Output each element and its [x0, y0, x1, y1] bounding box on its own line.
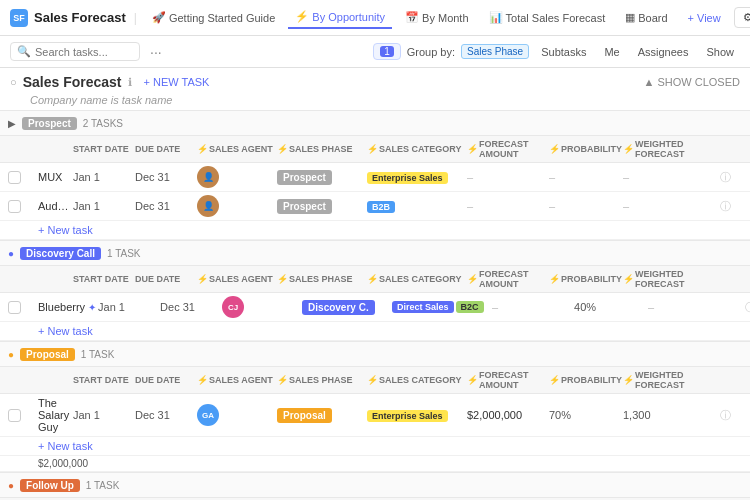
tab-opportunity[interactable]: ⚡ By Opportunity — [288, 6, 392, 29]
group-total-proposal: $2,000,000 — [0, 456, 750, 472]
agent-avatar: CJ — [222, 296, 244, 318]
sales-phase-filter[interactable]: Sales Phase — [461, 44, 529, 59]
categories: B2B — [367, 200, 465, 213]
col-due: DUE DATE — [135, 144, 195, 154]
group-header-proposal[interactable]: ● Proposal 1 TASK — [0, 341, 750, 367]
tab-board[interactable]: ▦ Board — [618, 7, 674, 28]
forecast-amount: – — [492, 301, 572, 313]
col-category: ⚡ SALES CATEGORY — [367, 144, 465, 154]
new-task-button[interactable]: + NEW TASK — [138, 74, 216, 90]
add-task-row[interactable]: + New task — [0, 322, 750, 341]
verified-icon: ✦ — [88, 302, 96, 313]
me-button[interactable]: Me — [598, 44, 625, 60]
more-options-icon[interactable]: ··· — [146, 42, 166, 62]
subtasks-button[interactable]: Subtasks — [535, 44, 592, 60]
probability: 70% — [549, 409, 621, 421]
categories: Direct Sales B2C — [392, 301, 490, 313]
group-header-followup[interactable]: ● Follow Up 1 TASK — [0, 472, 750, 498]
col-agent: ⚡ SALES AGENT — [197, 144, 275, 154]
month-icon: 📅 — [405, 11, 419, 24]
due-date: Dec 31 — [135, 409, 195, 421]
row-checkbox[interactable] — [8, 409, 21, 422]
col-forecast: ⚡ FORECAST AMOUNT — [467, 139, 547, 159]
total-icon: 📊 — [489, 11, 503, 24]
group-header-prospect[interactable]: ▶ Prospect 2 TASKS — [0, 110, 750, 136]
group-discovery: ● Discovery Call 1 TASK START DATEDUE DA… — [0, 240, 750, 341]
add-task-row[interactable]: + New task — [0, 221, 750, 240]
filter-count: 1 — [380, 46, 394, 57]
probability: – — [549, 171, 621, 183]
group-task-count-discovery: 1 TASK — [107, 248, 141, 259]
show-button[interactable]: Show — [700, 44, 740, 60]
start-date: Jan 1 — [73, 200, 133, 212]
main-content: ○ Sales Forecast ℹ + NEW TASK ▲ SHOW CLO… — [0, 68, 750, 500]
col-start: START DATE — [73, 144, 133, 154]
row-info-icon[interactable]: ⓘ — [720, 408, 742, 423]
start-date: Jan 1 — [98, 301, 158, 313]
group-badge-proposal: Proposal — [20, 348, 75, 361]
toggle-followup-icon: ● — [8, 480, 14, 491]
categories: Enterprise Sales — [367, 409, 465, 422]
row-checkbox[interactable] — [8, 301, 21, 314]
col-phase: ⚡ SALES PHASE — [277, 144, 365, 154]
row-info-icon[interactable]: ⓘ — [745, 300, 750, 315]
filter-chip[interactable]: 1 — [373, 43, 401, 60]
tab-total[interactable]: 📊 Total Sales Forecast — [482, 7, 613, 28]
toggle-proposal-icon: ● — [8, 349, 14, 360]
table-row: MUX Jan 1 Dec 31 👤 Prospect Enterprise S… — [0, 163, 750, 192]
table-row: Blueberry ✦ Jan 1 Dec 31 CJ Discovery C.… — [0, 293, 750, 322]
row-checkbox[interactable] — [8, 200, 21, 213]
weighted-forecast: 1,300 — [623, 409, 718, 421]
show-closed-button[interactable]: ▲ SHOW CLOSED — [644, 76, 740, 88]
start-date: Jan 1 — [73, 409, 133, 421]
table-row: Audible Jan 1 Dec 31 👤 Prospect B2B – – … — [0, 192, 750, 221]
search-input[interactable] — [35, 46, 133, 58]
agent-avatar: 👤 — [197, 195, 219, 217]
toggle-discovery-icon: ● — [8, 248, 14, 259]
col-prob: ⚡ PROBABILITY — [549, 144, 621, 154]
assignees-button[interactable]: Assignees — [632, 44, 695, 60]
row-info-icon[interactable]: ⓘ — [720, 199, 742, 214]
forecast-amount: – — [467, 171, 547, 183]
agent-avatar: GA — [197, 404, 219, 426]
app-icon: SF — [10, 9, 28, 27]
tab-add-view[interactable]: + View — [681, 8, 728, 28]
table-row: The Salary Guy Jan 1 Dec 31 GA Proposal … — [0, 394, 750, 437]
group-badge-followup: Follow Up — [20, 479, 80, 492]
group-task-count-followup: 1 TASK — [86, 480, 120, 491]
probability: 40% — [574, 301, 646, 313]
task-name[interactable]: MUX — [38, 171, 71, 183]
info-icon[interactable]: ℹ — [128, 76, 132, 89]
search-icon: 🔍 — [17, 45, 31, 58]
company-hint: Company name is task name — [0, 92, 750, 110]
tab-guide[interactable]: 🚀 Getting Started Guide — [145, 7, 282, 28]
agent-avatar: 👤 — [197, 166, 219, 188]
phase-badge: Prospect — [277, 170, 365, 185]
add-task-row[interactable]: + New task — [0, 437, 750, 456]
categories: Enterprise Sales — [367, 171, 465, 184]
tab-month[interactable]: 📅 By Month — [398, 7, 475, 28]
task-name[interactable]: Audible — [38, 200, 71, 212]
due-date: Dec 31 — [135, 200, 195, 212]
automate-button[interactable]: ⚙ Automate ▾ — [734, 7, 750, 28]
task-name[interactable]: Blueberry ✦ — [38, 301, 96, 313]
phase-badge: Discovery C. — [302, 300, 390, 315]
weighted-forecast: – — [623, 171, 718, 183]
phase-badge: Proposal — [277, 408, 365, 423]
group-followup: ● Follow Up 1 TASK START DATEDUE DATE ⚡ … — [0, 472, 750, 500]
group-header-discovery[interactable]: ● Discovery Call 1 TASK — [0, 240, 750, 266]
group-by-label: Group by: — [407, 46, 455, 58]
due-date: Dec 31 — [135, 171, 195, 183]
forecast-amount: – — [467, 200, 547, 212]
weighted-forecast: – — [623, 200, 718, 212]
group-badge-discovery: Discovery Call — [20, 247, 101, 260]
nav-title: Sales Forecast — [34, 10, 126, 25]
collapse-icon[interactable]: ○ — [10, 76, 17, 88]
task-name[interactable]: The Salary Guy — [38, 397, 71, 433]
page-title: Sales Forecast — [23, 74, 122, 90]
row-checkbox[interactable] — [8, 171, 21, 184]
row-info-icon[interactable]: ⓘ — [720, 170, 742, 185]
due-date: Dec 31 — [160, 301, 220, 313]
automate-icon: ⚙ — [743, 11, 750, 24]
probability: – — [549, 200, 621, 212]
